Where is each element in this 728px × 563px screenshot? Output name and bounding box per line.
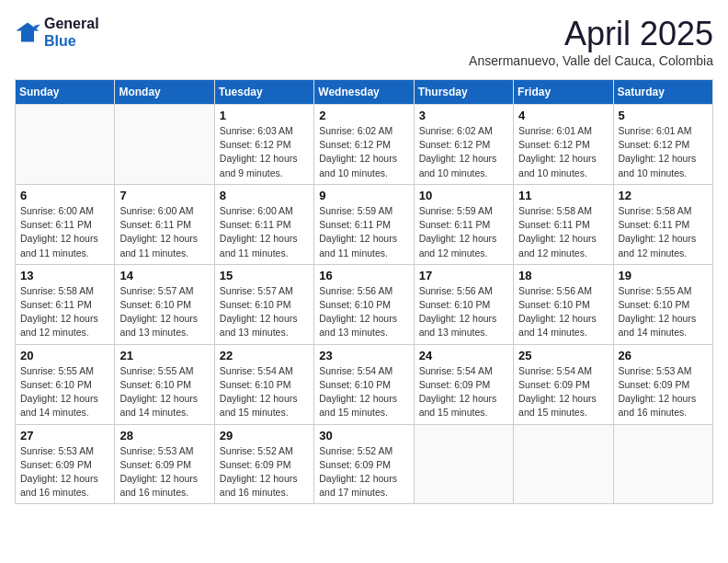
day-number: 20 xyxy=(20,349,109,362)
calendar-cell: 1Sunrise: 6:03 AM Sunset: 6:12 PM Daylig… xyxy=(214,105,313,185)
day-number: 29 xyxy=(220,429,309,442)
day-info: Sunrise: 5:54 AM Sunset: 6:09 PM Dayligh… xyxy=(419,364,508,420)
weekday-header-saturday: Saturday xyxy=(613,80,712,105)
calendar-cell: 25Sunrise: 5:54 AM Sunset: 6:09 PM Dayli… xyxy=(514,344,613,424)
day-info: Sunrise: 5:58 AM Sunset: 6:11 PM Dayligh… xyxy=(20,284,109,340)
weekday-header-wednesday: Wednesday xyxy=(314,80,414,105)
calendar-cell xyxy=(514,424,613,504)
calendar-cell: 24Sunrise: 5:54 AM Sunset: 6:09 PM Dayli… xyxy=(414,344,513,424)
day-number: 11 xyxy=(518,189,608,202)
day-number: 17 xyxy=(419,269,508,282)
calendar-cell: 20Sunrise: 5:55 AM Sunset: 6:10 PM Dayli… xyxy=(16,344,115,424)
page-header: General Blue April 2025 Ansermanuevo, Va… xyxy=(15,15,713,68)
calendar-cell: 21Sunrise: 5:55 AM Sunset: 6:10 PM Dayli… xyxy=(115,344,214,424)
calendar-cell: 12Sunrise: 5:58 AM Sunset: 6:11 PM Dayli… xyxy=(613,184,712,264)
calendar-cell: 15Sunrise: 5:57 AM Sunset: 6:10 PM Dayli… xyxy=(214,264,313,344)
day-number: 7 xyxy=(119,189,209,202)
weekday-header-sunday: Sunday xyxy=(16,80,115,105)
day-info: Sunrise: 5:52 AM Sunset: 6:09 PM Dayligh… xyxy=(319,444,408,500)
weekday-header-tuesday: Tuesday xyxy=(214,80,313,105)
day-number: 16 xyxy=(319,269,408,282)
day-number: 13 xyxy=(20,269,109,282)
day-number: 26 xyxy=(619,349,708,362)
location-subtitle: Ansermanuevo, Valle del Cauca, Colombia xyxy=(469,53,713,68)
day-info: Sunrise: 5:57 AM Sunset: 6:10 PM Dayligh… xyxy=(119,284,209,340)
logo-bird-icon xyxy=(15,19,40,45)
weekday-header-monday: Monday xyxy=(115,80,214,105)
day-number: 12 xyxy=(619,189,708,202)
day-info: Sunrise: 6:02 AM Sunset: 6:12 PM Dayligh… xyxy=(419,124,508,180)
calendar-cell: 27Sunrise: 5:53 AM Sunset: 6:09 PM Dayli… xyxy=(16,424,115,504)
calendar-cell: 26Sunrise: 5:53 AM Sunset: 6:09 PM Dayli… xyxy=(613,344,712,424)
title-block: April 2025 Ansermanuevo, Valle del Cauca… xyxy=(469,15,713,68)
calendar-week-5: 27Sunrise: 5:53 AM Sunset: 6:09 PM Dayli… xyxy=(16,424,713,504)
day-info: Sunrise: 5:54 AM Sunset: 6:10 PM Dayligh… xyxy=(220,364,309,420)
calendar-cell: 2Sunrise: 6:02 AM Sunset: 6:12 PM Daylig… xyxy=(314,105,414,185)
day-info: Sunrise: 5:58 AM Sunset: 6:11 PM Dayligh… xyxy=(619,204,708,260)
calendar-cell: 29Sunrise: 5:52 AM Sunset: 6:09 PM Dayli… xyxy=(214,424,313,504)
calendar-cell: 13Sunrise: 5:58 AM Sunset: 6:11 PM Dayli… xyxy=(16,264,115,344)
calendar-cell: 18Sunrise: 5:56 AM Sunset: 6:10 PM Dayli… xyxy=(514,264,613,344)
calendar-cell: 7Sunrise: 6:00 AM Sunset: 6:11 PM Daylig… xyxy=(115,184,214,264)
calendar-cell: 14Sunrise: 5:57 AM Sunset: 6:10 PM Dayli… xyxy=(115,264,214,344)
calendar-header-row: SundayMondayTuesdayWednesdayThursdayFrid… xyxy=(16,80,713,105)
day-info: Sunrise: 5:59 AM Sunset: 6:11 PM Dayligh… xyxy=(419,204,508,260)
day-number: 4 xyxy=(518,109,608,122)
day-info: Sunrise: 5:53 AM Sunset: 6:09 PM Dayligh… xyxy=(619,364,708,420)
day-number: 28 xyxy=(119,429,209,442)
calendar-cell: 22Sunrise: 5:54 AM Sunset: 6:10 PM Dayli… xyxy=(214,344,313,424)
day-info: Sunrise: 5:53 AM Sunset: 6:09 PM Dayligh… xyxy=(119,444,209,500)
day-info: Sunrise: 5:55 AM Sunset: 6:10 PM Dayligh… xyxy=(619,284,708,340)
day-number: 24 xyxy=(419,349,508,362)
logo-line2: Blue xyxy=(44,32,99,50)
calendar-table: SundayMondayTuesdayWednesdayThursdayFrid… xyxy=(15,79,713,504)
day-info: Sunrise: 5:56 AM Sunset: 6:10 PM Dayligh… xyxy=(419,284,508,340)
day-info: Sunrise: 5:53 AM Sunset: 6:09 PM Dayligh… xyxy=(20,444,109,500)
day-number: 21 xyxy=(119,349,209,362)
calendar-cell: 30Sunrise: 5:52 AM Sunset: 6:09 PM Dayli… xyxy=(314,424,414,504)
day-number: 30 xyxy=(319,429,408,442)
day-info: Sunrise: 5:55 AM Sunset: 6:10 PM Dayligh… xyxy=(119,364,209,420)
day-info: Sunrise: 6:00 AM Sunset: 6:11 PM Dayligh… xyxy=(119,204,209,260)
calendar-cell: 16Sunrise: 5:56 AM Sunset: 6:10 PM Dayli… xyxy=(314,264,414,344)
calendar-cell: 6Sunrise: 6:00 AM Sunset: 6:11 PM Daylig… xyxy=(16,184,115,264)
day-number: 3 xyxy=(419,109,508,122)
day-info: Sunrise: 5:54 AM Sunset: 6:09 PM Dayligh… xyxy=(518,364,608,420)
calendar-cell: 28Sunrise: 5:53 AM Sunset: 6:09 PM Dayli… xyxy=(115,424,214,504)
month-title: April 2025 xyxy=(469,15,713,53)
day-number: 15 xyxy=(220,269,309,282)
calendar-cell: 5Sunrise: 6:01 AM Sunset: 6:12 PM Daylig… xyxy=(613,105,712,185)
day-number: 23 xyxy=(319,349,408,362)
day-info: Sunrise: 5:58 AM Sunset: 6:11 PM Dayligh… xyxy=(518,204,608,260)
day-number: 5 xyxy=(619,109,708,122)
day-info: Sunrise: 5:57 AM Sunset: 6:10 PM Dayligh… xyxy=(220,284,309,340)
calendar-cell: 9Sunrise: 5:59 AM Sunset: 6:11 PM Daylig… xyxy=(314,184,414,264)
day-number: 8 xyxy=(220,189,309,202)
day-number: 6 xyxy=(20,189,109,202)
calendar-cell xyxy=(414,424,513,504)
calendar-week-1: 1Sunrise: 6:03 AM Sunset: 6:12 PM Daylig… xyxy=(16,105,713,185)
day-number: 19 xyxy=(619,269,708,282)
calendar-week-4: 20Sunrise: 5:55 AM Sunset: 6:10 PM Dayli… xyxy=(16,344,713,424)
calendar-cell: 8Sunrise: 6:00 AM Sunset: 6:11 PM Daylig… xyxy=(214,184,313,264)
calendar-cell: 10Sunrise: 5:59 AM Sunset: 6:11 PM Dayli… xyxy=(414,184,513,264)
calendar-cell: 17Sunrise: 5:56 AM Sunset: 6:10 PM Dayli… xyxy=(414,264,513,344)
calendar-week-3: 13Sunrise: 5:58 AM Sunset: 6:11 PM Dayli… xyxy=(16,264,713,344)
calendar-cell: 19Sunrise: 5:55 AM Sunset: 6:10 PM Dayli… xyxy=(613,264,712,344)
day-number: 10 xyxy=(419,189,508,202)
logo-line1: General xyxy=(44,15,99,32)
calendar-cell xyxy=(115,105,214,185)
day-info: Sunrise: 6:01 AM Sunset: 6:12 PM Dayligh… xyxy=(619,124,708,180)
calendar-week-2: 6Sunrise: 6:00 AM Sunset: 6:11 PM Daylig… xyxy=(16,184,713,264)
calendar-cell: 23Sunrise: 5:54 AM Sunset: 6:10 PM Dayli… xyxy=(314,344,414,424)
day-info: Sunrise: 6:01 AM Sunset: 6:12 PM Dayligh… xyxy=(518,124,608,180)
day-info: Sunrise: 6:00 AM Sunset: 6:11 PM Dayligh… xyxy=(220,204,309,260)
day-info: Sunrise: 5:55 AM Sunset: 6:10 PM Dayligh… xyxy=(20,364,109,420)
calendar-cell: 3Sunrise: 6:02 AM Sunset: 6:12 PM Daylig… xyxy=(414,105,513,185)
day-number: 27 xyxy=(20,429,109,442)
day-info: Sunrise: 6:02 AM Sunset: 6:12 PM Dayligh… xyxy=(319,124,408,180)
day-info: Sunrise: 5:52 AM Sunset: 6:09 PM Dayligh… xyxy=(220,444,309,500)
day-info: Sunrise: 5:56 AM Sunset: 6:10 PM Dayligh… xyxy=(518,284,608,340)
calendar-cell: 11Sunrise: 5:58 AM Sunset: 6:11 PM Dayli… xyxy=(514,184,613,264)
day-number: 14 xyxy=(119,269,209,282)
